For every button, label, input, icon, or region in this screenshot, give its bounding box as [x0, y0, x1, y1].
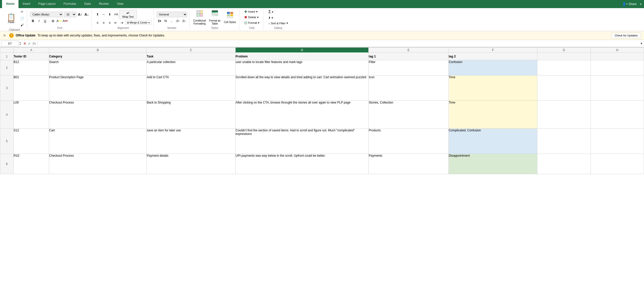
tab-view[interactable]: View — [113, 0, 127, 8]
list-item[interactable]: Time — [448, 101, 537, 129]
col-header-a[interactable]: A — [13, 48, 49, 53]
list-item[interactable] — [537, 101, 591, 129]
list-item[interactable]: Add to Cart CTA — [147, 75, 235, 101]
copy-icon[interactable]: 📄 — [19, 16, 25, 21]
list-item[interactable]: Cart — [49, 129, 147, 154]
decrease-decimal-icon[interactable]: .0↓ — [181, 18, 187, 24]
number-format-select[interactable]: General — [157, 12, 187, 17]
list-item[interactable]: user unable to locate filter features an… — [235, 60, 369, 75]
increase-font-icon[interactable]: A↑ — [77, 12, 83, 17]
percent-icon[interactable]: % — [163, 18, 168, 24]
list-item[interactable]: Filter — [369, 60, 448, 75]
list-item[interactable] — [537, 60, 591, 75]
list-item[interactable]: R10 — [13, 154, 49, 174]
list-item[interactable]: After clicking on the CTA, browse throug… — [235, 101, 369, 129]
col-header-d[interactable]: D — [235, 48, 369, 53]
align-right-icon[interactable]: ≡ — [107, 20, 112, 26]
cell-ref-down[interactable]: ▼ — [19, 44, 21, 46]
increase-indent-icon[interactable]: ⇥ — [119, 20, 125, 26]
decrease-indent-icon[interactable]: ⇤ — [113, 20, 119, 26]
list-item[interactable]: Disappointment — [448, 154, 537, 174]
italic-button[interactable]: I — [36, 18, 42, 24]
table-row[interactable]: 3B01Product Description PageAdd to Cart … — [0, 75, 644, 101]
tab-review[interactable]: Review — [95, 0, 113, 8]
list-item[interactable]: Checkout Process — [49, 154, 147, 174]
align-top-icon[interactable]: ⬆ — [95, 12, 100, 17]
list-item[interactable]: Confusion — [448, 60, 537, 75]
list-item[interactable] — [537, 129, 591, 154]
list-item[interactable] — [591, 60, 644, 75]
wrap-text-button[interactable]: ↵ Wrap Text — [119, 10, 137, 19]
align-center-icon[interactable]: ≡ — [101, 20, 106, 26]
list-item[interactable]: Search — [49, 60, 147, 75]
fill-color-icon[interactable]: A — [56, 18, 62, 24]
tab-formulas[interactable]: Formulas — [60, 0, 80, 8]
list-item[interactable] — [537, 75, 591, 101]
update-bar-close-button[interactable]: ✕ — [3, 33, 6, 37]
currency-icon[interactable]: $▾ — [157, 18, 162, 24]
formula-bar-expand-icon[interactable]: ▼ — [640, 42, 643, 45]
font-color-icon[interactable]: A — [62, 18, 68, 24]
underline-button[interactable]: U — [42, 18, 48, 24]
confirm-formula-icon[interactable]: ✓ — [28, 42, 31, 46]
bold-button[interactable]: B — [30, 18, 36, 24]
list-item[interactable]: save an item for later use — [147, 129, 235, 154]
align-left-icon[interactable]: ≡ — [95, 20, 100, 26]
list-item[interactable] — [591, 154, 644, 174]
table-row[interactable]: 5S12Cartsave an item for later useCouldn… — [0, 129, 644, 154]
increase-decimal-icon[interactable]: .0↑ — [175, 18, 181, 24]
share-icon[interactable]: 👤+ Share — [622, 2, 637, 6]
list-item[interactable] — [537, 154, 591, 174]
tab-page-layout[interactable]: Page Layout — [34, 0, 59, 8]
text-angle-icon[interactable]: ↗A — [113, 12, 119, 17]
format-button[interactable]: ⊡ Format ▾ — [242, 20, 261, 25]
list-item[interactable]: Tester ID — [13, 53, 49, 60]
col-header-c[interactable]: C — [147, 48, 235, 53]
cell-styles-button[interactable]: Cell Styles — [223, 10, 237, 26]
font-family-select[interactable]: Calibri (Body) — [30, 12, 63, 17]
borders-icon[interactable]: ⊞ — [50, 18, 56, 24]
list-item[interactable]: tag 1 — [369, 53, 448, 60]
format-painter-icon[interactable]: 🖌 — [19, 22, 25, 28]
list-item[interactable] — [591, 129, 644, 154]
list-item[interactable]: S12 — [13, 129, 49, 154]
list-item[interactable]: Scrolled down all the way to view detail… — [235, 75, 369, 101]
conditional-formatting-button[interactable]: ≠ ConditionalFormatting — [193, 10, 207, 26]
col-header-e[interactable]: E — [369, 48, 448, 53]
table-row[interactable]: 4L09Checkout ProcessBack to ShoppingAfte… — [0, 101, 644, 129]
formula-input[interactable] — [37, 42, 640, 45]
list-item[interactable]: B12 — [13, 60, 49, 75]
list-item[interactable]: Task — [147, 53, 235, 60]
merge-center-button[interactable]: ⊞ Merge & Center ▾ — [125, 21, 151, 25]
sum-button[interactable]: Σ ▾ — [267, 9, 275, 15]
comma-icon[interactable]: , — [169, 18, 175, 24]
list-item[interactable]: Products — [369, 129, 448, 154]
delete-button[interactable]: ✖ Delete ▾ — [242, 15, 261, 20]
list-item[interactable]: Stories, Collection — [369, 101, 448, 129]
list-item[interactable]: Time — [448, 75, 537, 101]
list-item[interactable] — [591, 75, 644, 101]
list-item[interactable]: Category — [49, 53, 147, 60]
col-header-b[interactable]: B — [49, 48, 147, 53]
table-row[interactable]: 6R10Checkout ProcessPayment detailsUPI p… — [0, 154, 644, 174]
cut-icon[interactable]: ✂ — [19, 9, 25, 15]
col-header-h[interactable]: H — [591, 48, 644, 53]
list-item[interactable]: A particular collection — [147, 60, 235, 75]
list-item[interactable]: L09 — [13, 101, 49, 129]
tab-insert[interactable]: Insert — [18, 0, 34, 8]
list-item[interactable]: Back to Shopping — [147, 101, 235, 129]
list-item[interactable]: Couldn't find the section of saved items… — [235, 129, 369, 154]
list-item[interactable]: B01 — [13, 75, 49, 101]
insert-function-icon[interactable]: ƒx — [32, 42, 36, 46]
spreadsheet[interactable]: A B C D E F G H 1Tester IDCategoryTaskPr… — [0, 47, 644, 275]
paste-button[interactable]: 📋 Paste — [4, 10, 18, 27]
col-header-g[interactable]: G — [537, 48, 591, 53]
decrease-font-icon[interactable]: A↓ — [84, 12, 89, 17]
list-item[interactable]: Checkout Process — [49, 101, 147, 129]
font-size-select[interactable]: 16 — [64, 12, 76, 17]
insert-button[interactable]: ✚ Insert ▾ — [242, 9, 261, 14]
list-item[interactable]: Complicated, Confusion — [448, 129, 537, 154]
cell-reference-input[interactable] — [1, 41, 19, 46]
list-item[interactable]: Product Description Page — [49, 75, 147, 101]
align-middle-icon[interactable]: ↔ — [101, 12, 106, 17]
